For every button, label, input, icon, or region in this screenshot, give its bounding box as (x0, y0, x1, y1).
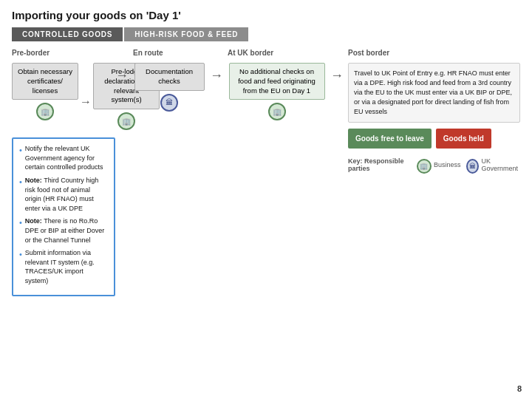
at-uk-border-header: At UK border (228, 49, 326, 57)
col-at-uk-border: At UK border No additional checks on foo… (223, 49, 330, 296)
note-4: • Submit information via relevant IT sys… (19, 248, 108, 285)
en-route-header: En route (133, 49, 205, 57)
tab-controlled-goods[interactable]: CONTROLLED GOODS (12, 27, 123, 41)
post-border-description: Travel to UK Point of Entry e.g. HR FNAO… (348, 63, 520, 123)
tab-high-risk-food[interactable]: HIGH-RISK FOOD & FEED (124, 27, 248, 41)
tabs-row: CONTROLLED GOODS HIGH-RISK FOOD & FEED (12, 27, 520, 41)
page: Importing your goods on 'Day 1' CONTROLL… (0, 0, 532, 399)
note-4-text: Submit information via relevant IT syste… (25, 248, 108, 285)
col-post-border: Post border Travel to UK Point of Entry … (344, 49, 520, 296)
pre-border-flow: Obtain necessary certificates/ licenses … (12, 63, 115, 130)
page-title: Importing your goods on 'Day 1' (12, 9, 520, 21)
note-2: • Note: Third Country high risk food not… (19, 176, 108, 213)
key-row: Key: Responsible parties 🏢 Business 🏛 UK… (348, 156, 520, 174)
pre-border-header: Pre-border (12, 49, 115, 57)
bullet-2: • (19, 177, 22, 188)
key-label: Key: Responsible parties (348, 157, 411, 172)
doc-checks-icon: 🏛 (160, 94, 178, 112)
post-border-header: Post border (348, 49, 520, 57)
step-certificates: Obtain necessary certificates/ licenses … (12, 63, 78, 120)
bullet-4: • (19, 249, 22, 261)
arrow-atborder-postborder: → (330, 49, 344, 296)
doc-checks-box: Documentation checks (134, 63, 205, 91)
no-checks-box: No additional checks on food and feed or… (229, 63, 325, 100)
key-business-icon: 🏢 (417, 159, 432, 174)
bullet-3: • (19, 217, 22, 229)
main-arrow-2: → (210, 68, 223, 83)
col-pre-border: Pre-border Obtain necessary certificates… (12, 49, 115, 296)
notes-box: • Notify the relevant UK Government agen… (12, 137, 115, 296)
outcome-held: Goods held (436, 129, 491, 149)
note-2-text: Note: Third Country high risk food not o… (25, 176, 108, 213)
certificates-icon: 🏢 (36, 103, 54, 120)
no-checks-icon: 🏢 (268, 103, 286, 120)
certificates-box: Obtain necessary certificates/ licenses (12, 63, 78, 100)
note-3-text: Note: There is no Ro.Ro DPE or BIP at ei… (25, 216, 108, 245)
main-arrow-3: → (330, 68, 344, 83)
col-en-route: En route Documentation checks 🏛 (129, 49, 210, 296)
key-gov-icon: 🏛 (466, 159, 479, 174)
step-doc-checks: Documentation checks 🏛 (133, 63, 205, 112)
key-business-label: Business (434, 161, 461, 168)
outcome-free: Goods free to leave (348, 129, 432, 149)
step-no-checks: No additional checks on food and feed or… (228, 63, 326, 120)
note-1-text: Notify the relevant UK Government agency… (25, 144, 108, 172)
bullet-1: • (19, 145, 22, 157)
page-number: 8 (517, 384, 522, 393)
arrow-preborder-enroute: → (115, 49, 129, 296)
main-arrow-1: → (115, 68, 129, 83)
key-business: 🏢 Business (417, 156, 461, 174)
arrow-1: → (80, 85, 92, 109)
key-gov-label: UK Government (481, 157, 520, 172)
note-1: • Notify the relevant UK Government agen… (19, 144, 108, 172)
key-gov: 🏛 UK Government (466, 156, 520, 174)
arrow-enroute-atborder: → (210, 49, 223, 296)
outcomes-row: Goods free to leave Goods held (348, 129, 520, 149)
note-3: • Note: There is no Ro.Ro DPE or BIP at … (19, 216, 108, 245)
content-grid: Pre-border Obtain necessary certificates… (12, 49, 520, 296)
